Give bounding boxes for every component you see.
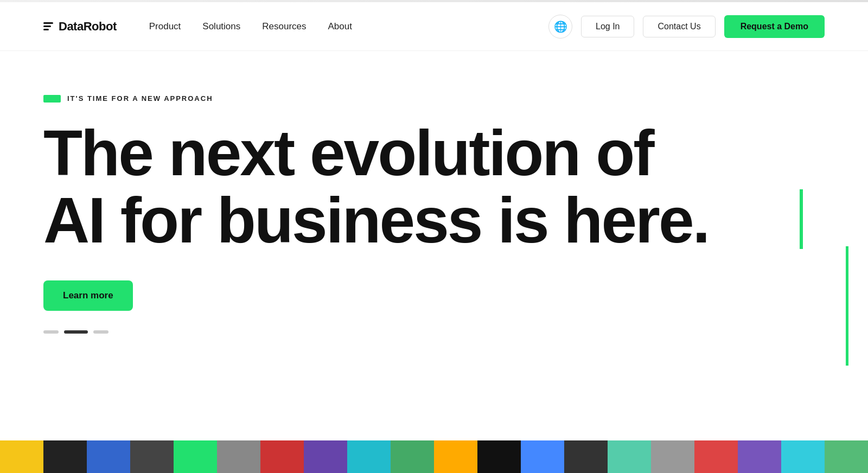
color-segment: [825, 440, 868, 473]
globe-icon: 🌐: [554, 20, 567, 33]
pagination-dot-1[interactable]: [43, 330, 59, 334]
pagination-dot-3[interactable]: [93, 330, 108, 334]
color-segment: [651, 440, 694, 473]
color-segment: [260, 440, 304, 473]
hero-headline: The next evolution of AI for business is…: [43, 120, 792, 254]
nav-link-product[interactable]: Product: [149, 21, 181, 32]
color-bar: [0, 440, 868, 473]
navbar-right: 🌐 Log In Contact Us Request a Demo: [548, 15, 825, 39]
vertical-green-line: [846, 246, 848, 366]
color-segment: [87, 440, 130, 473]
hero-eyebrow: It's time for a new approach: [43, 94, 825, 103]
navbar: DataRobot Product Solutions Resources Ab…: [0, 2, 868, 51]
pagination: [43, 330, 825, 334]
color-segment: [0, 440, 43, 473]
logo-icon: [43, 22, 53, 30]
navbar-left: DataRobot Product Solutions Resources Ab…: [43, 20, 352, 34]
green-cursor: [800, 189, 803, 249]
logo[interactable]: DataRobot: [43, 20, 117, 34]
color-segment: [130, 440, 174, 473]
color-segment: [391, 440, 434, 473]
color-segment: [43, 440, 87, 473]
nav-link-about[interactable]: About: [328, 21, 352, 32]
color-segment: [477, 440, 521, 473]
nav-links: Product Solutions Resources About: [149, 21, 352, 32]
logo-text: DataRobot: [59, 20, 117, 34]
eyebrow-bar: [43, 95, 61, 103]
nav-link-solutions[interactable]: Solutions: [202, 21, 240, 32]
learn-more-button[interactable]: Learn more: [43, 280, 133, 311]
color-segment: [564, 440, 608, 473]
color-segment: [521, 440, 564, 473]
color-segment: [347, 440, 391, 473]
eyebrow-text: It's time for a new approach: [67, 94, 213, 103]
login-button[interactable]: Log In: [581, 16, 634, 37]
color-segment: [434, 440, 477, 473]
demo-button[interactable]: Request a Demo: [724, 15, 825, 38]
color-segment: [304, 440, 347, 473]
contact-button[interactable]: Contact Us: [643, 16, 715, 37]
color-segment: [781, 440, 825, 473]
color-segment: [694, 440, 738, 473]
headline-line2: AI for business is here.: [43, 184, 709, 256]
hero-section: It's time for a new approach The next ev…: [0, 51, 868, 387]
globe-button[interactable]: 🌐: [548, 15, 572, 39]
color-segment: [174, 440, 217, 473]
headline-line1: The next evolution of: [43, 117, 653, 189]
color-segment: [608, 440, 651, 473]
pagination-dot-2[interactable]: [64, 330, 88, 334]
nav-link-resources[interactable]: Resources: [262, 21, 306, 32]
color-segment: [738, 440, 781, 473]
color-segment: [217, 440, 260, 473]
